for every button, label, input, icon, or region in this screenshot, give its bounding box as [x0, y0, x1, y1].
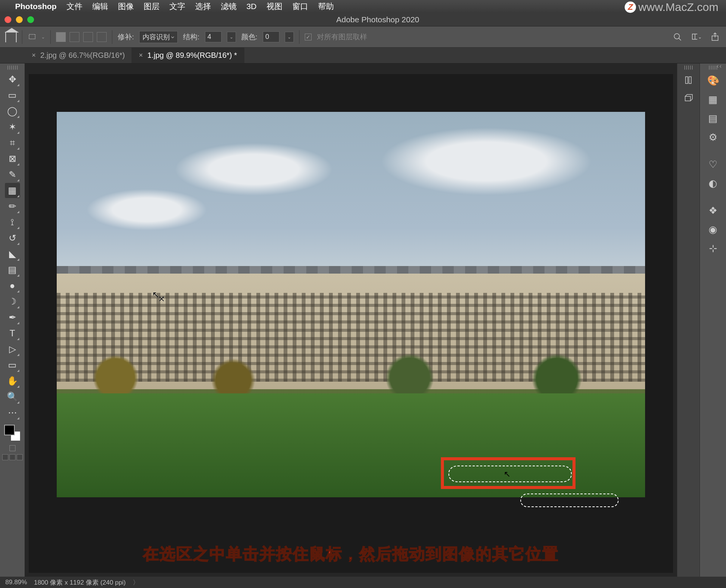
- stamp-tool[interactable]: ⟟: [5, 215, 20, 230]
- window-close-button[interactable]: [5, 16, 11, 23]
- move-cursor-icon: ↖: [152, 289, 160, 300]
- color-label: 颜色:: [241, 32, 258, 42]
- status-menu-icon[interactable]: 〉: [133, 578, 139, 587]
- document-canvas[interactable]: ↖ ↖: [29, 74, 673, 573]
- menu-filter[interactable]: 滤镜: [221, 1, 237, 12]
- eraser-tool[interactable]: ◣: [5, 246, 20, 262]
- tools-panel: ┃┃┃┃┃┃ ✥▭◯✶⌗⊠✎▦✏⟟↺◣▤●☽✒T▷▭✋🔍⋯: [0, 63, 25, 577]
- document-tab-0[interactable]: × 2.jpg @ 66.7%(RGB/16*): [25, 48, 132, 63]
- tab-label: 2.jpg @ 66.7%(RGB/16*): [40, 51, 125, 60]
- quick-select-tool[interactable]: ✶: [5, 119, 20, 135]
- crop-tool[interactable]: ⌗: [5, 135, 20, 150]
- 3d-panel-icon[interactable]: [680, 90, 697, 107]
- menu-3d[interactable]: 3D: [247, 2, 257, 11]
- svg-rect-6: [686, 77, 688, 84]
- svg-rect-7: [689, 77, 691, 84]
- search-icon[interactable]: [672, 32, 683, 42]
- swatches-icon[interactable]: ▦: [704, 91, 722, 108]
- color-stepper[interactable]: ⌄: [285, 32, 294, 42]
- shape-tool[interactable]: ▭: [5, 357, 20, 373]
- status-bar: 89.89% 1800 像素 x 1192 像素 (240 ppi) 〉: [0, 577, 726, 588]
- layers-icon[interactable]: ❖: [704, 202, 722, 219]
- dock-grip[interactable]: ┃┃┃┃┃: [708, 66, 718, 70]
- app-name-menu[interactable]: Photoshop: [15, 2, 57, 11]
- menu-file[interactable]: 文件: [67, 1, 82, 12]
- selection-mode-group: [56, 32, 107, 42]
- toolbar-grip[interactable]: ┃┃┃┃┃┃: [7, 66, 18, 71]
- pen-tool[interactable]: ✒: [5, 310, 20, 325]
- color-icon[interactable]: 🎨: [704, 72, 722, 89]
- close-tab-icon[interactable]: ×: [32, 51, 36, 59]
- svg-rect-8: [685, 96, 690, 101]
- menu-window[interactable]: 窗口: [292, 1, 308, 12]
- window-title: Adobe Photoshop 2020: [34, 15, 721, 24]
- menu-view[interactable]: 视图: [267, 1, 282, 12]
- toolbar-header-gap: [0, 48, 25, 63]
- patch-selection-marquee-secondary[interactable]: [520, 494, 619, 507]
- structure-stepper[interactable]: ⌄: [227, 32, 236, 42]
- learn-icon[interactable]: ♡: [704, 156, 722, 173]
- window-minimize-button[interactable]: [16, 16, 23, 23]
- home-button[interactable]: [5, 32, 17, 42]
- workspace-switcher[interactable]: ⌄: [691, 32, 702, 42]
- quick-mask-toggle[interactable]: [9, 445, 16, 451]
- patch-tool-preset[interactable]: ⌄: [28, 32, 45, 42]
- close-tab-icon[interactable]: ×: [139, 51, 143, 59]
- channels-icon[interactable]: ◉: [704, 221, 722, 238]
- menu-layer[interactable]: 图层: [144, 1, 160, 12]
- move-tool[interactable]: ✥: [5, 72, 20, 87]
- more-tools[interactable]: ⋯: [5, 405, 20, 420]
- window-maximize-button[interactable]: [27, 16, 34, 23]
- gradients-icon[interactable]: ▤: [704, 110, 722, 127]
- selection-new-button[interactable]: [56, 32, 66, 42]
- eyedropper-tool[interactable]: ✎: [5, 167, 20, 182]
- history-brush-tool[interactable]: ↺: [5, 231, 20, 246]
- patch-tool[interactable]: ▦: [5, 183, 20, 198]
- zoom-level[interactable]: 89.89%: [5, 579, 27, 586]
- selection-add-button[interactable]: [70, 32, 79, 42]
- libraries-icon[interactable]: [680, 72, 697, 88]
- collapse-panels-icon[interactable]: ‹‹: [717, 63, 722, 70]
- menu-image[interactable]: 图像: [118, 1, 134, 12]
- frame-tool[interactable]: ⊠: [5, 151, 20, 166]
- document-tab-1[interactable]: × 1.jpg @ 89.9%(RGB/16*) *: [132, 48, 244, 63]
- divider: [299, 30, 299, 44]
- menu-edit[interactable]: 编辑: [92, 1, 108, 12]
- hand-tool[interactable]: ✋: [5, 373, 20, 388]
- structure-input[interactable]: 4: [205, 31, 222, 42]
- gradient-tool[interactable]: ▤: [5, 262, 20, 277]
- menu-select[interactable]: 选择: [195, 1, 211, 12]
- zoom-tool[interactable]: 🔍: [5, 389, 20, 404]
- patch-mode-select[interactable]: 内容识别: [139, 31, 178, 43]
- dock-grip[interactable]: ┃┃┃┃┃: [684, 66, 693, 70]
- document-info[interactable]: 1800 像素 x 1192 像素 (240 ppi): [34, 578, 126, 587]
- marquee-tool[interactable]: ▭: [5, 88, 20, 103]
- foreground-color[interactable]: [4, 425, 15, 435]
- color-input[interactable]: 0: [263, 31, 279, 42]
- type-tool[interactable]: T: [5, 326, 20, 341]
- menu-type[interactable]: 文字: [169, 1, 185, 12]
- path-select-tool[interactable]: ▷: [5, 342, 20, 357]
- menu-help[interactable]: 帮助: [318, 1, 334, 12]
- blur-tool[interactable]: ●: [5, 278, 20, 293]
- tutorial-caption: 在选区之中单击并按住鼠标，然后拖动到图像的其它位置: [25, 543, 677, 565]
- sample-all-checkbox[interactable]: ✓: [305, 34, 312, 40]
- collapsed-dock-right: ┃┃┃┃┃ 🎨▦▤⚙♡◐❖◉⊹: [700, 63, 726, 577]
- svg-line-2: [679, 38, 681, 40]
- share-icon[interactable]: [710, 32, 721, 42]
- screen-mode-buttons[interactable]: [2, 454, 23, 460]
- brush-tool[interactable]: ✏: [5, 199, 20, 214]
- cursor-icon: ↖: [504, 469, 510, 479]
- watermark: Z www.MacZ.com: [625, 1, 718, 14]
- divider: [22, 30, 22, 44]
- lasso-tool[interactable]: ◯: [5, 104, 20, 119]
- color-swatches[interactable]: [4, 425, 21, 441]
- watermark-text: www.MacZ.com: [638, 1, 718, 14]
- selection-subtract-button[interactable]: [83, 32, 93, 42]
- paths-icon[interactable]: ⊹: [704, 240, 722, 257]
- styles-icon[interactable]: ◐: [704, 175, 722, 192]
- selection-intersect-button[interactable]: [97, 32, 107, 42]
- app-window: Adobe Photoshop 2020 ⌄ 修补: 内容识别 结构: 4 ⌄ …: [0, 13, 726, 588]
- adjustments-icon[interactable]: ⚙: [704, 128, 722, 146]
- dodge-tool[interactable]: ☽: [5, 294, 20, 309]
